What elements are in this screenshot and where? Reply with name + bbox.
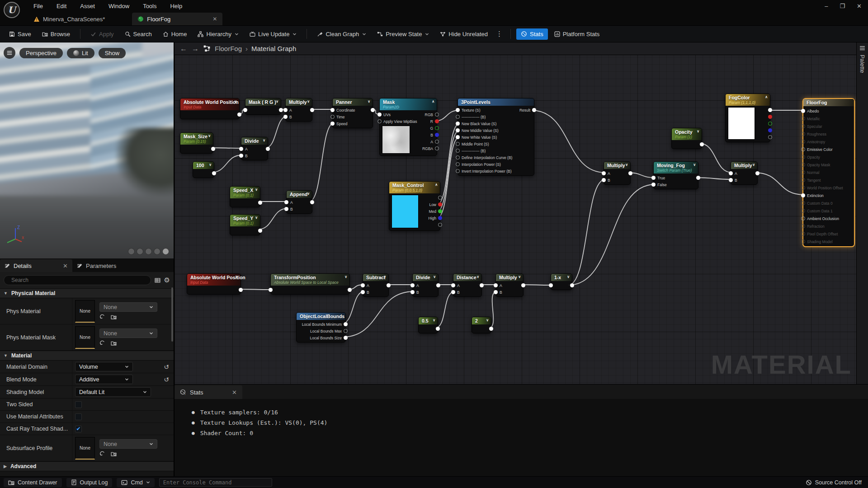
output-pin[interactable]	[436, 283, 440, 287]
use-selected-asset-icon[interactable]	[99, 314, 105, 320]
node-maskrg[interactable]: Mask ( R G )∨	[245, 98, 281, 115]
output-pin-local-bounds-max[interactable]	[344, 329, 348, 333]
asset-dropdown[interactable]: None	[99, 302, 157, 312]
output-pin[interactable]	[348, 288, 352, 292]
nav-back-icon[interactable]: ←	[180, 45, 187, 53]
output-pin[interactable]	[258, 201, 262, 205]
toolbar-apply-button[interactable]: Apply	[86, 28, 118, 40]
viewport-menu-icon[interactable]	[4, 47, 15, 59]
output-pin[interactable]	[258, 229, 262, 233]
browse-to-asset-icon[interactable]	[111, 314, 117, 320]
node-maskctl[interactable]: Mask_ControlParam (0,0.5,1,0)∧LowMedHigh	[389, 181, 440, 231]
browse-to-asset-icon[interactable]	[111, 451, 117, 457]
dropdown-blend-mode[interactable]: Additive	[75, 375, 133, 384]
node-div1[interactable]: Divide∨AB	[241, 137, 268, 160]
input-pin-normal[interactable]	[801, 170, 805, 174]
collapse-down-icon[interactable]: ∨	[344, 275, 347, 279]
collapse-down-icon[interactable]: ∨	[368, 99, 370, 103]
node-dist[interactable]: Distance∨AB	[453, 273, 482, 297]
output-pin-high[interactable]	[438, 216, 442, 220]
input-pin-texture-s-[interactable]	[456, 108, 460, 112]
asset-thumbnail[interactable]: None	[75, 326, 95, 349]
output-pin-rgba[interactable]	[435, 146, 439, 150]
input-pin-a[interactable]	[729, 171, 733, 175]
toolbar-hide-unrelated-button[interactable]: Hide Unrelated	[435, 28, 492, 40]
node-c2[interactable]: 2∨	[472, 317, 491, 333]
viewport-lit-button[interactable]: Lit	[67, 48, 94, 58]
unreal-logo-icon[interactable]: U	[4, 2, 20, 18]
node-c05[interactable]: 0.5∨	[418, 317, 438, 333]
preview-shape-cylinder-icon[interactable]	[128, 248, 135, 255]
toolbar-search-button[interactable]: Search	[120, 28, 156, 40]
collapse-down-icon[interactable]: ∨	[208, 134, 211, 138]
tab-close-icon[interactable]: ✕	[63, 263, 68, 269]
output-pin[interactable]	[489, 327, 493, 331]
output-pin[interactable]	[310, 108, 314, 112]
output-pin-a[interactable]	[435, 140, 439, 144]
node-panner[interactable]: Panner∨CoordinateTimeSpeed	[332, 98, 373, 128]
use-selected-asset-icon[interactable]	[99, 451, 105, 457]
input-pin-a[interactable]	[410, 283, 415, 287]
reset-to-default-icon[interactable]: ↺	[164, 363, 169, 371]
input-pin-b[interactable]	[284, 207, 288, 211]
stats-tab[interactable]: i Stats ✕	[175, 385, 242, 399]
nav-forward-icon[interactable]: →	[192, 45, 199, 53]
output-pin[interactable]	[768, 108, 772, 112]
output-pin[interactable]	[279, 108, 283, 112]
input-pin-middle-point-s-[interactable]	[456, 142, 460, 146]
input-pin-custom-data-0[interactable]	[801, 201, 805, 205]
output-pin[interactable]	[212, 171, 216, 175]
input-pin-shading-model[interactable]	[801, 239, 805, 244]
asset-tab-floorfog[interactable]: FloorFog✕	[132, 13, 222, 25]
node-speedy[interactable]: Speed_YParam (0.1)∨	[230, 214, 260, 235]
display-filter-icon[interactable]	[155, 277, 160, 283]
output-pin[interactable]	[755, 171, 760, 175]
input-pin-albedo[interactable]	[801, 109, 805, 113]
input-pin-b[interactable]	[361, 290, 365, 294]
collapse-down-icon[interactable]: ∨	[518, 275, 521, 279]
collapse-down-icon[interactable]: ∨	[234, 99, 237, 103]
input-pin-a[interactable]	[283, 108, 288, 112]
collapse-down-icon[interactable]: ∨	[263, 138, 265, 142]
input-pin-b[interactable]	[602, 178, 606, 182]
asset-tab-minerva_charascenes-[interactable]: Minerva_CharaScenes*	[28, 13, 110, 25]
toolbar-clean-graph-button[interactable]: Clean Graph	[312, 28, 371, 40]
output-pin[interactable]	[480, 283, 484, 287]
node-sub[interactable]: Subtract∨AB	[363, 273, 389, 297]
tab-close-icon[interactable]: ✕	[202, 16, 217, 22]
collapse-down-icon[interactable]: ∨	[486, 318, 489, 322]
output-pin-rgb[interactable]	[435, 113, 439, 117]
search-input[interactable]	[11, 277, 146, 283]
input-pin-time[interactable]	[330, 115, 335, 119]
output-pin-med[interactable]	[438, 209, 442, 213]
input-pin-custom-data-1[interactable]	[801, 209, 805, 213]
output-pin-local-bounds-size[interactable]	[344, 336, 348, 340]
output-pin-local-bounds-minimum[interactable]	[344, 322, 348, 326]
close-button[interactable]: ✕	[857, 3, 862, 9]
toolbar-live-update-button[interactable]: Live Update	[245, 28, 301, 40]
source-control-button[interactable]: Source Control Off	[806, 479, 864, 486]
material-graph-canvas[interactable]: MATERIAL Absolute World PositionInput Da…	[175, 42, 868, 384]
toolbar-browse-button[interactable]: Browse	[38, 28, 75, 40]
output-pin[interactable]	[239, 288, 243, 292]
input-pin-false[interactable]	[651, 183, 656, 187]
checkbox-use-material-attributes[interactable]	[75, 413, 82, 420]
output-pin-g[interactable]	[435, 126, 439, 130]
collapse-down-icon[interactable]: ∨	[255, 216, 258, 220]
output-pin[interactable]	[310, 200, 314, 204]
input-pin-a[interactable]	[284, 200, 288, 204]
input-pin-a[interactable]	[239, 147, 243, 151]
input-pin-b[interactable]	[451, 290, 455, 294]
input-pin-opacity-mask[interactable]	[801, 163, 805, 167]
section-header-advanced[interactable]: ▶Advanced	[0, 461, 174, 471]
breadcrumb-root[interactable]: FloorFog	[215, 45, 242, 52]
preview-viewport[interactable]: PerspectiveLitShow Z x	[0, 42, 175, 258]
input-pin--b-[interactable]	[456, 115, 460, 119]
node-opacity[interactable]: OpacityParam (1)∨	[671, 128, 702, 149]
node-fogcolor[interactable]: FogColorParam (1,1,1,0)∧	[725, 94, 770, 142]
node-floorfog[interactable]: FloorFogAlbedoMetallicSpecularRoughnessA…	[802, 98, 855, 247]
input-pin-a[interactable]	[451, 283, 455, 287]
reset-to-default-icon[interactable]: ↺	[164, 376, 169, 383]
input-pin-tangent[interactable]	[801, 178, 805, 182]
output-pin[interactable]	[371, 108, 375, 112]
